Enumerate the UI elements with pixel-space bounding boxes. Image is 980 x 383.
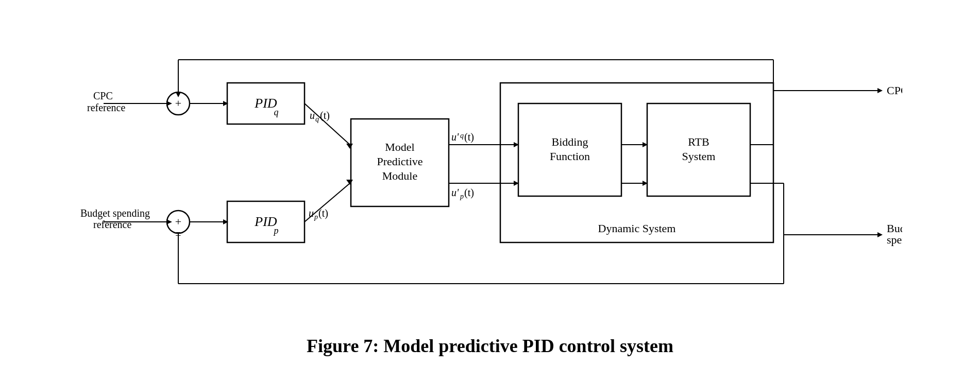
svg-text:Model: Model xyxy=(385,141,414,153)
svg-marker-68 xyxy=(877,232,883,237)
svg-text:Predictive: Predictive xyxy=(377,155,423,168)
svg-text:u': u' xyxy=(451,187,459,198)
svg-text:q: q xyxy=(274,107,279,117)
svg-text:u': u' xyxy=(451,131,459,143)
svg-text:System: System xyxy=(682,150,716,163)
svg-text:p: p xyxy=(460,193,464,200)
svg-text:(t): (t) xyxy=(318,207,328,219)
svg-text:p: p xyxy=(273,225,279,236)
svg-text:Bidding: Bidding xyxy=(552,135,588,148)
svg-text:spending: spending xyxy=(887,233,902,246)
svg-text:+: + xyxy=(175,215,181,228)
svg-text:(t): (t) xyxy=(464,187,474,199)
svg-text:Module: Module xyxy=(382,169,417,182)
svg-text:reference: reference xyxy=(87,102,125,113)
svg-text:Budget spending: Budget spending xyxy=(80,207,150,219)
svg-text:reference: reference xyxy=(93,219,131,230)
svg-text:Function: Function xyxy=(550,150,590,163)
svg-text:CPC: CPC xyxy=(887,84,902,97)
svg-text:u: u xyxy=(310,110,315,121)
svg-marker-63 xyxy=(877,88,883,93)
svg-text:RTB: RTB xyxy=(688,135,709,148)
svg-text:(t): (t) xyxy=(464,131,474,143)
svg-text:(t): (t) xyxy=(320,110,330,121)
svg-text:q: q xyxy=(460,132,464,140)
control-diagram: PID q PID p Model Predictive Module Bidd… xyxy=(78,31,902,320)
svg-text:u: u xyxy=(309,207,314,219)
svg-text:Dynamic  System: Dynamic System xyxy=(598,222,676,235)
diagram-container: PID q PID p Model Predictive Module Bidd… xyxy=(52,31,928,357)
figure-title: Figure 7: Model predictive PID control s… xyxy=(307,335,673,357)
svg-text:CPC: CPC xyxy=(93,90,113,101)
svg-text:+: + xyxy=(175,97,181,110)
svg-text:q: q xyxy=(315,115,319,123)
svg-text:p: p xyxy=(314,213,318,221)
